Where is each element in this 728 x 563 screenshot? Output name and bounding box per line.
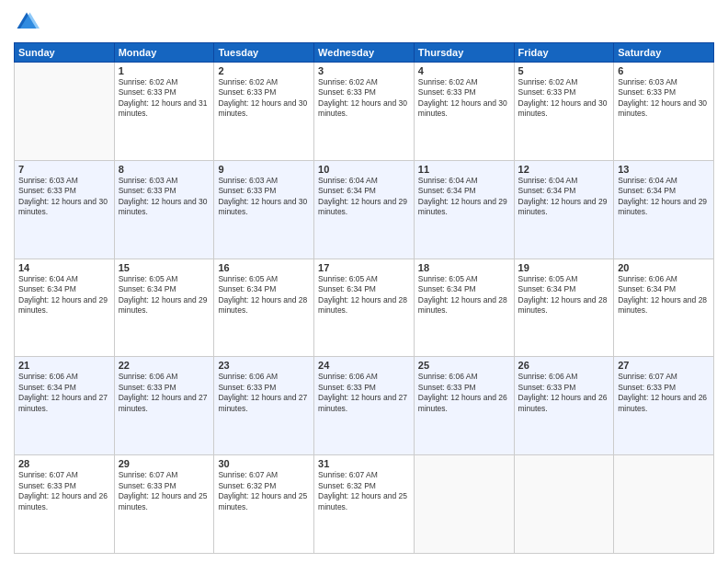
day-number: 19	[518, 262, 610, 273]
day-number: 20	[618, 262, 710, 273]
day-number: 1	[119, 65, 210, 76]
day-info: Sunrise: 6:05 AMSunset: 6:34 PMDaylight:…	[418, 274, 510, 316]
day-info: Sunrise: 6:06 AMSunset: 6:33 PMDaylight:…	[518, 372, 610, 414]
day-info: Sunrise: 6:04 AMSunset: 6:34 PMDaylight:…	[18, 274, 110, 316]
day-info: Sunrise: 6:06 AMSunset: 6:34 PMDaylight:…	[18, 372, 110, 414]
calendar-table: SundayMondayTuesdayWednesdayThursdayFrid…	[14, 42, 714, 554]
day-info: Sunrise: 6:04 AMSunset: 6:34 PMDaylight:…	[418, 176, 510, 218]
calendar-week-row: 1Sunrise: 6:02 AMSunset: 6:33 PMDaylight…	[15, 63, 714, 161]
calendar-day-cell: 28Sunrise: 6:07 AMSunset: 6:33 PMDayligh…	[15, 455, 115, 554]
day-number: 25	[418, 360, 510, 371]
calendar-day-cell: 21Sunrise: 6:06 AMSunset: 6:34 PMDayligh…	[15, 357, 115, 455]
day-number: 29	[119, 458, 210, 469]
day-number: 13	[618, 164, 710, 175]
day-number: 18	[418, 262, 510, 273]
day-info: Sunrise: 6:03 AMSunset: 6:33 PMDaylight:…	[119, 176, 210, 218]
day-number: 6	[618, 65, 710, 76]
day-info: Sunrise: 6:06 AMSunset: 6:33 PMDaylight:…	[318, 372, 410, 414]
day-number: 7	[18, 164, 110, 175]
day-number: 14	[18, 262, 110, 273]
day-info: Sunrise: 6:07 AMSunset: 6:33 PMDaylight:…	[18, 470, 110, 512]
calendar-day-cell: 9Sunrise: 6:03 AMSunset: 6:33 PMDaylight…	[214, 160, 314, 259]
day-info: Sunrise: 6:04 AMSunset: 6:34 PMDaylight:…	[518, 176, 610, 218]
day-info: Sunrise: 6:05 AMSunset: 6:34 PMDaylight:…	[518, 274, 610, 316]
calendar-day-cell: 18Sunrise: 6:05 AMSunset: 6:34 PMDayligh…	[414, 259, 514, 357]
day-number: 12	[518, 164, 610, 175]
day-number: 3	[318, 65, 410, 76]
calendar-week-row: 28Sunrise: 6:07 AMSunset: 6:33 PMDayligh…	[15, 455, 714, 554]
calendar-header-monday: Monday	[114, 43, 214, 63]
day-info: Sunrise: 6:05 AMSunset: 6:34 PMDaylight:…	[318, 274, 410, 316]
calendar-day-cell: 16Sunrise: 6:05 AMSunset: 6:34 PMDayligh…	[214, 259, 314, 357]
calendar-day-cell: 12Sunrise: 6:04 AMSunset: 6:34 PMDayligh…	[514, 160, 614, 259]
calendar-day-cell: 25Sunrise: 6:06 AMSunset: 6:33 PMDayligh…	[414, 357, 514, 455]
day-number: 30	[218, 458, 310, 469]
day-number: 11	[418, 164, 510, 175]
day-info: Sunrise: 6:05 AMSunset: 6:34 PMDaylight:…	[119, 274, 210, 316]
day-info: Sunrise: 6:02 AMSunset: 6:33 PMDaylight:…	[218, 77, 310, 120]
calendar-day-cell: 23Sunrise: 6:06 AMSunset: 6:33 PMDayligh…	[214, 357, 314, 455]
calendar-week-row: 7Sunrise: 6:03 AMSunset: 6:33 PMDaylight…	[15, 160, 714, 259]
day-info: Sunrise: 6:03 AMSunset: 6:33 PMDaylight:…	[618, 77, 710, 120]
calendar-day-cell: 4Sunrise: 6:02 AMSunset: 6:33 PMDaylight…	[414, 63, 514, 161]
page: SundayMondayTuesdayWednesdayThursdayFrid…	[0, 0, 728, 563]
calendar-day-cell: 7Sunrise: 6:03 AMSunset: 6:33 PMDaylight…	[15, 160, 115, 259]
day-number: 5	[518, 65, 610, 76]
calendar-day-cell	[614, 455, 714, 554]
day-number: 22	[119, 360, 210, 371]
calendar-day-cell: 29Sunrise: 6:07 AMSunset: 6:33 PMDayligh…	[114, 455, 214, 554]
day-info: Sunrise: 6:02 AMSunset: 6:33 PMDaylight:…	[318, 77, 410, 120]
day-number: 21	[18, 360, 110, 371]
day-info: Sunrise: 6:07 AMSunset: 6:32 PMDaylight:…	[318, 470, 410, 512]
header	[14, 9, 714, 35]
logo	[14, 9, 43, 35]
day-number: 16	[218, 262, 310, 273]
day-number: 2	[218, 65, 310, 76]
day-info: Sunrise: 6:06 AMSunset: 6:33 PMDaylight:…	[218, 372, 310, 414]
calendar-day-cell: 19Sunrise: 6:05 AMSunset: 6:34 PMDayligh…	[514, 259, 614, 357]
calendar-day-cell	[414, 455, 514, 554]
calendar-day-cell	[15, 63, 115, 161]
calendar-week-row: 14Sunrise: 6:04 AMSunset: 6:34 PMDayligh…	[15, 259, 714, 357]
calendar-day-cell: 3Sunrise: 6:02 AMSunset: 6:33 PMDaylight…	[314, 63, 415, 161]
calendar-header-saturday: Saturday	[614, 43, 714, 63]
calendar-day-cell: 30Sunrise: 6:07 AMSunset: 6:32 PMDayligh…	[214, 455, 314, 554]
calendar-day-cell: 13Sunrise: 6:04 AMSunset: 6:34 PMDayligh…	[614, 160, 714, 259]
day-number: 28	[18, 458, 110, 469]
calendar-header-tuesday: Tuesday	[214, 43, 314, 63]
day-number: 10	[318, 164, 410, 175]
day-number: 24	[318, 360, 410, 371]
calendar-day-cell: 17Sunrise: 6:05 AMSunset: 6:34 PMDayligh…	[314, 259, 415, 357]
calendar-header-thursday: Thursday	[414, 43, 514, 63]
calendar-header-wednesday: Wednesday	[314, 43, 415, 63]
calendar-day-cell: 22Sunrise: 6:06 AMSunset: 6:33 PMDayligh…	[114, 357, 214, 455]
day-info: Sunrise: 6:04 AMSunset: 6:34 PMDaylight:…	[618, 176, 710, 218]
day-number: 17	[318, 262, 410, 273]
day-number: 26	[518, 360, 610, 371]
calendar-day-cell: 24Sunrise: 6:06 AMSunset: 6:33 PMDayligh…	[314, 357, 415, 455]
calendar-day-cell: 11Sunrise: 6:04 AMSunset: 6:34 PMDayligh…	[414, 160, 514, 259]
day-info: Sunrise: 6:05 AMSunset: 6:34 PMDaylight:…	[218, 274, 310, 316]
calendar-header-friday: Friday	[514, 43, 614, 63]
calendar-day-cell: 27Sunrise: 6:07 AMSunset: 6:33 PMDayligh…	[614, 357, 714, 455]
day-info: Sunrise: 6:04 AMSunset: 6:34 PMDaylight:…	[318, 176, 410, 218]
calendar-day-cell: 15Sunrise: 6:05 AMSunset: 6:34 PMDayligh…	[114, 259, 214, 357]
calendar-day-cell: 10Sunrise: 6:04 AMSunset: 6:34 PMDayligh…	[314, 160, 415, 259]
calendar-day-cell: 1Sunrise: 6:02 AMSunset: 6:33 PMDaylight…	[114, 63, 214, 161]
day-number: 27	[618, 360, 710, 371]
calendar-day-cell	[514, 455, 614, 554]
day-info: Sunrise: 6:03 AMSunset: 6:33 PMDaylight:…	[218, 176, 310, 218]
calendar-day-cell: 20Sunrise: 6:06 AMSunset: 6:34 PMDayligh…	[614, 259, 714, 357]
calendar-day-cell: 31Sunrise: 6:07 AMSunset: 6:32 PMDayligh…	[314, 455, 415, 554]
day-info: Sunrise: 6:03 AMSunset: 6:33 PMDaylight:…	[18, 176, 110, 218]
day-info: Sunrise: 6:06 AMSunset: 6:33 PMDaylight:…	[119, 372, 210, 414]
day-info: Sunrise: 6:02 AMSunset: 6:33 PMDaylight:…	[119, 77, 210, 120]
calendar-week-row: 21Sunrise: 6:06 AMSunset: 6:34 PMDayligh…	[15, 357, 714, 455]
calendar-header-sunday: Sunday	[15, 43, 115, 63]
day-info: Sunrise: 6:07 AMSunset: 6:33 PMDaylight:…	[119, 470, 210, 512]
day-info: Sunrise: 6:02 AMSunset: 6:33 PMDaylight:…	[418, 77, 510, 120]
day-info: Sunrise: 6:02 AMSunset: 6:33 PMDaylight:…	[518, 77, 610, 120]
day-info: Sunrise: 6:06 AMSunset: 6:33 PMDaylight:…	[418, 372, 510, 414]
day-number: 23	[218, 360, 310, 371]
day-number: 9	[218, 164, 310, 175]
